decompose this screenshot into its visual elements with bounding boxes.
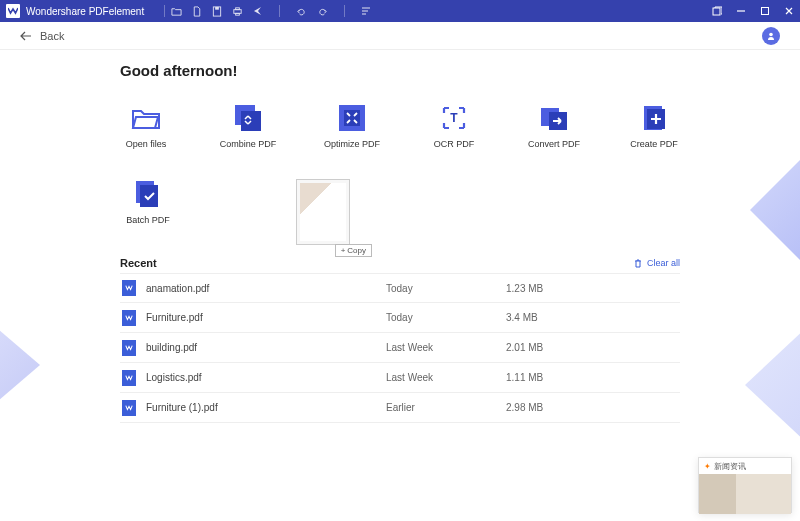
file-date: Last Week	[386, 342, 506, 353]
app-logo	[6, 4, 20, 18]
restore-icon[interactable]	[712, 6, 722, 16]
pdf-file-icon	[122, 370, 136, 386]
ocr-icon: T	[439, 103, 469, 133]
plus-icon: +	[341, 246, 346, 255]
copy-button[interactable]: + Copy	[335, 244, 372, 257]
svg-rect-5	[713, 8, 720, 15]
close-icon[interactable]	[784, 6, 794, 16]
redo-icon[interactable]	[317, 6, 328, 17]
file-date: Last Week	[386, 372, 506, 383]
convert-pdf-button[interactable]: Convert PDF	[528, 103, 580, 149]
recent-title: Recent	[120, 257, 157, 269]
file-name: Furniture (1).pdf	[146, 402, 386, 413]
pdf-file-icon	[122, 280, 136, 296]
recent-list: anamation.pdf Today 1.23 MB Furniture.pd…	[120, 273, 680, 423]
table-row[interactable]: anamation.pdf Today 1.23 MB	[120, 273, 680, 303]
file-name: anamation.pdf	[146, 283, 386, 294]
news-title: 新闻资讯	[714, 461, 746, 472]
combine-pdf-button[interactable]: Combine PDF	[220, 103, 276, 149]
page-title: Good afternoon!	[120, 62, 680, 79]
svg-rect-19	[140, 185, 158, 207]
print-icon[interactable]	[232, 6, 243, 17]
save-icon[interactable]	[212, 6, 222, 17]
batch-icon	[133, 179, 163, 209]
file-size: 2.01 MB	[506, 342, 586, 353]
action-label: Open files	[126, 139, 167, 149]
file-name: Furniture.pdf	[146, 312, 386, 323]
open-files-icon	[131, 103, 161, 133]
file-date: Today	[386, 312, 506, 323]
batch-pdf-button[interactable]: Batch PDF	[120, 179, 176, 225]
titlebar: Wondershare PDFelement	[0, 0, 800, 22]
clear-all-label: Clear all	[647, 258, 680, 268]
file-date: Earlier	[386, 402, 506, 413]
action-label: Combine PDF	[220, 139, 277, 149]
svg-rect-4	[236, 13, 240, 15]
table-row[interactable]: Logistics.pdf Last Week 1.11 MB	[120, 363, 680, 393]
topbar: Back	[0, 22, 800, 50]
optimize-icon	[337, 103, 367, 133]
customize-icon[interactable]	[361, 6, 371, 16]
file-size: 1.11 MB	[506, 372, 586, 383]
document-thumbnail[interactable]	[296, 179, 350, 245]
ocr-pdf-button[interactable]: T OCR PDF	[428, 103, 480, 149]
pdf-file-icon	[122, 400, 136, 416]
titlebar-toolbar	[171, 5, 371, 17]
folder-icon[interactable]	[171, 6, 182, 17]
create-pdf-button[interactable]: Create PDF	[628, 103, 680, 149]
action-label: Create PDF	[630, 139, 678, 149]
minimize-icon[interactable]	[736, 6, 746, 16]
action-label: Batch PDF	[126, 215, 170, 225]
maximize-icon[interactable]	[760, 6, 770, 16]
create-icon	[639, 103, 669, 133]
file-date: Today	[386, 283, 506, 294]
avatar[interactable]	[762, 27, 780, 45]
svg-rect-2	[234, 9, 241, 13]
svg-rect-1	[215, 6, 219, 9]
action-label: OCR PDF	[434, 139, 475, 149]
file-name: building.pdf	[146, 342, 386, 353]
file-icon[interactable]	[192, 6, 202, 17]
file-size: 3.4 MB	[506, 312, 586, 323]
svg-rect-7	[762, 8, 769, 15]
share-icon[interactable]	[253, 6, 263, 16]
copy-label: Copy	[347, 246, 366, 255]
actions-row-2: Batch PDF + Copy	[120, 179, 680, 245]
titlebar-divider	[164, 5, 165, 17]
actions-row: Open files Combine PDF Optimize PDF T OC…	[120, 103, 680, 149]
file-size: 1.23 MB	[506, 283, 586, 294]
back-label: Back	[40, 30, 64, 42]
main-content: Good afternoon! Open files Combine PDF O…	[0, 50, 800, 423]
undo-icon[interactable]	[296, 6, 307, 17]
file-size: 2.98 MB	[506, 402, 586, 413]
news-header: ✦ 新闻资讯	[699, 458, 791, 474]
svg-rect-3	[236, 7, 240, 9]
action-label: Convert PDF	[528, 139, 580, 149]
pdf-file-icon	[122, 340, 136, 356]
action-label: Optimize PDF	[324, 139, 380, 149]
convert-icon	[539, 103, 569, 133]
table-row[interactable]: Furniture (1).pdf Earlier 2.98 MB	[120, 393, 680, 423]
svg-point-8	[769, 32, 773, 36]
titlebar-divider	[344, 5, 345, 17]
pdf-file-icon	[122, 310, 136, 326]
open-files-button[interactable]: Open files	[120, 103, 172, 149]
titlebar-divider	[279, 5, 280, 17]
svg-rect-12	[344, 110, 360, 126]
document-thumbnail-wrap: + Copy	[296, 179, 350, 245]
optimize-pdf-button[interactable]: Optimize PDF	[324, 103, 380, 149]
back-button[interactable]: Back	[20, 30, 64, 42]
window-controls	[712, 6, 794, 16]
clear-all-button[interactable]: Clear all	[633, 258, 680, 268]
news-image	[699, 474, 791, 514]
spark-icon: ✦	[704, 462, 711, 471]
svg-text:T: T	[450, 111, 458, 125]
app-title: Wondershare PDFelement	[26, 6, 144, 17]
file-name: Logistics.pdf	[146, 372, 386, 383]
combine-icon	[233, 103, 263, 133]
table-row[interactable]: building.pdf Last Week 2.01 MB	[120, 333, 680, 363]
table-row[interactable]: Furniture.pdf Today 3.4 MB	[120, 303, 680, 333]
recent-header: Recent Clear all	[120, 257, 680, 269]
news-widget[interactable]: ✦ 新闻资讯	[698, 457, 792, 513]
